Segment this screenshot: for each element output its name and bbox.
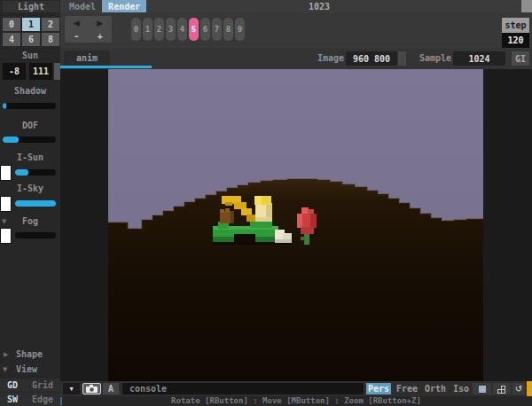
- grid-toggle-key[interactable]: GD: [7, 380, 18, 390]
- model-title: 1023: [309, 0, 330, 12]
- frame-button-2[interactable]: 2: [154, 18, 164, 41]
- frame-button-3[interactable]: 3: [166, 18, 176, 41]
- sun-section-label: Sun: [0, 51, 60, 60]
- light-count-8[interactable]: 8: [42, 33, 59, 46]
- titlebar-scroll-strip[interactable]: [521, 0, 532, 12]
- status-bar: Rotate [RButton] : Move [MButton] : Zoom…: [60, 396, 532, 406]
- i-sky-label: I-Sky: [0, 183, 60, 193]
- view-mode-free[interactable]: Free: [395, 383, 419, 394]
- frame-list: 0 1 2 3 4 5 6 7 8 9: [131, 18, 245, 41]
- frame-button-5[interactable]: 5: [189, 18, 199, 41]
- frame-button-4[interactable]: 4: [177, 18, 187, 41]
- frame-nav-box: ◀ ▶ - +: [65, 16, 112, 43]
- view-mode-iso[interactable]: Iso: [451, 383, 471, 394]
- timeline-row: ◀ ▶ - + 0 1 2 3 4 5 6 7 8 9 step 120: [60, 12, 532, 49]
- light-count-4[interactable]: 4: [3, 33, 20, 46]
- sun-azimuth-field[interactable]: 111: [29, 63, 52, 80]
- console-bar: ▼ A console Pers Free Orth Iso: [60, 381, 532, 396]
- image-size-field[interactable]: 960 800: [346, 51, 397, 66]
- camera-icon[interactable]: [82, 383, 101, 394]
- light-count-0[interactable]: 0: [3, 18, 20, 31]
- shadow-label: Shadow: [0, 86, 60, 96]
- tab-anim[interactable]: anim: [64, 51, 110, 66]
- view-mode-orth[interactable]: Orth: [423, 383, 448, 394]
- sample-value-field[interactable]: 1024: [453, 51, 505, 66]
- image-label: Image: [317, 51, 344, 65]
- i-sky-color-swatch[interactable]: [0, 196, 12, 212]
- light-panel-header[interactable]: Light: [3, 1, 59, 12]
- shape-section-header[interactable]: Shape: [16, 349, 43, 359]
- shadow-slider[interactable]: [3, 103, 56, 109]
- light-sidebar: Light 0 1 2 4 6 8 Sun -8 111 Shadow DOF …: [0, 0, 60, 406]
- prev-frame-icon[interactable]: ◀: [65, 16, 89, 29]
- tab-render[interactable]: Render: [102, 0, 146, 12]
- view-row-edge[interactable]: SW Edge: [0, 393, 60, 406]
- frame-button-1[interactable]: 1: [143, 18, 153, 41]
- tab-model[interactable]: Model: [63, 0, 102, 12]
- fog-color-swatch[interactable]: [0, 228, 12, 244]
- frame-button-9[interactable]: 9: [235, 18, 245, 41]
- head: [254, 196, 272, 222]
- settings-divider[interactable]: [398, 51, 406, 66]
- voxel-editor-window: Light 0 1 2 4 6 8 Sun -8 111 Shadow DOF …: [0, 0, 532, 406]
- i-sky-slider[interactable]: [15, 200, 56, 207]
- render-viewport[interactable]: [60, 69, 532, 381]
- auto-button[interactable]: A: [103, 383, 119, 394]
- dof-slider[interactable]: [3, 137, 56, 143]
- light-count-2[interactable]: 2: [42, 18, 59, 31]
- view-expand-arrow-icon[interactable]: ▼: [3, 366, 7, 373]
- frame-button-6[interactable]: 6: [200, 18, 210, 41]
- gi-toggle-button[interactable]: GI: [512, 51, 529, 66]
- i-sun-color-swatch[interactable]: [0, 165, 12, 181]
- step-value-field[interactable]: 120: [502, 33, 529, 48]
- view-mode-pers[interactable]: Pers: [366, 383, 391, 394]
- i-sun-slider[interactable]: [15, 169, 56, 176]
- fog-slider[interactable]: [15, 232, 56, 238]
- next-frame-icon[interactable]: ▶: [89, 16, 113, 29]
- titlebar: Model Render 1023: [60, 0, 532, 12]
- dof-label: DOF: [0, 121, 60, 130]
- remove-frame-button[interactable]: -: [65, 29, 89, 43]
- rendered-scene: [60, 69, 532, 381]
- i-sun-label: I-Sun: [0, 152, 60, 162]
- frame-button-7[interactable]: 7: [212, 18, 222, 41]
- light-count-1[interactable]: 1: [22, 18, 40, 31]
- view-row-grid[interactable]: GD Grid: [0, 379, 60, 392]
- grid-toggle-label[interactable]: Grid: [32, 380, 53, 390]
- edge-toggle-label[interactable]: Edge: [32, 394, 53, 404]
- fog-label: Fog: [0, 216, 60, 226]
- render-settings-row: anim Image 960 800 Sample 1024 GI: [60, 49, 532, 69]
- sun-angle-field[interactable]: -8: [3, 63, 26, 80]
- mouse-hint-text: Rotate [RButton] : Move [MButton] : Zoom…: [60, 396, 532, 406]
- scroll-indicator[interactable]: [527, 381, 532, 396]
- frame-button-8[interactable]: 8: [223, 18, 233, 41]
- view-section-header[interactable]: View: [16, 364, 37, 374]
- anim-progress-bar: [60, 66, 152, 68]
- ground-plane-icon[interactable]: [473, 383, 491, 394]
- console-dropdown-icon[interactable]: ▼: [63, 383, 80, 394]
- sun-field-stub[interactable]: [54, 63, 60, 80]
- step-button[interactable]: step: [502, 18, 529, 33]
- shape-collapse-arrow-icon[interactable]: ▶: [4, 351, 8, 358]
- rotate-view-icon[interactable]: ↺: [512, 383, 525, 394]
- main-area: Model Render 1023 ◀ ▶ - + 0 1 2 3 4 5 6: [60, 0, 532, 406]
- sample-label: Sample: [419, 51, 451, 65]
- edge-toggle-key[interactable]: SW: [7, 394, 18, 404]
- frame-button-0[interactable]: 0: [131, 18, 141, 41]
- light-count-6[interactable]: 6: [22, 33, 40, 46]
- add-frame-button[interactable]: +: [89, 29, 113, 43]
- console-input[interactable]: console: [122, 383, 364, 394]
- frame-blocks-icon[interactable]: [493, 383, 511, 394]
